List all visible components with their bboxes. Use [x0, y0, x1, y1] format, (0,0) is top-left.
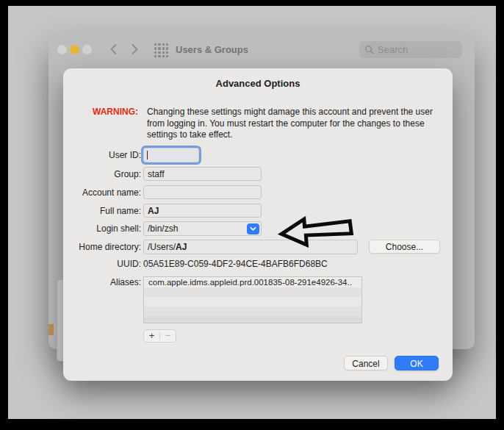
group-field[interactable]: staff [143, 167, 262, 181]
user-id-field[interactable] [143, 148, 199, 162]
uuid-label: UUID: [71, 258, 141, 270]
cancel-button[interactable]: Cancel [344, 356, 388, 370]
dialog-title: Advanced Options [63, 78, 453, 89]
full-name-label: Full name: [71, 204, 141, 218]
alias-add-remove-control: + − [143, 329, 176, 343]
home-directory-label: Home directory: [71, 240, 141, 254]
remove-alias-button[interactable]: − [160, 330, 176, 342]
full-name-field[interactable]: AJ [143, 204, 262, 218]
forward-chevron-icon[interactable] [128, 43, 141, 56]
ok-button[interactable]: OK [395, 356, 439, 370]
chevron-down-icon [250, 226, 256, 232]
screenshot-frame: Users & Groups Search Advanced Options W… [0, 0, 504, 430]
choose-button[interactable]: Choose... [369, 240, 440, 254]
close-window-button[interactable] [57, 45, 67, 54]
login-shell-label: Login shell: [71, 221, 141, 236]
search-input[interactable]: Search [359, 41, 462, 58]
account-name-label: Account name: [71, 185, 141, 200]
text-caret [147, 151, 148, 160]
alias-list-empty-row [144, 287, 361, 297]
search-placeholder: Search [378, 44, 408, 55]
all-settings-grid-icon[interactable] [154, 43, 168, 57]
warning-label: WARNING: [93, 107, 143, 117]
account-name-field[interactable] [143, 185, 262, 199]
user-id-label: User ID: [71, 148, 141, 162]
back-chevron-icon[interactable] [107, 43, 120, 56]
aliases-list[interactable]: com.apple.idms.appleid.prd.001835-08-291… [143, 276, 362, 323]
zoom-window-button[interactable] [82, 45, 92, 54]
aliases-label: Aliases: [71, 276, 141, 288]
alias-list-empty-row [144, 307, 361, 316]
annotation-arrow-left-icon [276, 211, 358, 250]
warning-message: WARNING: Changing these settings might d… [93, 107, 444, 141]
desktop-background: Users & Groups Search Advanced Options W… [8, 6, 496, 419]
user-avatar-sliver [48, 324, 54, 335]
minimize-window-button[interactable] [70, 45, 79, 54]
group-label: Group: [71, 167, 141, 182]
alias-list-item[interactable]: com.apple.idms.appleid.prd.001835-08-291… [144, 277, 361, 287]
login-shell-dropdown-button[interactable] [247, 223, 259, 234]
search-icon [364, 45, 374, 54]
add-alias-button[interactable]: + [144, 330, 159, 342]
alias-list-empty-row [144, 297, 361, 307]
alias-list-empty-row [144, 316, 361, 323]
advanced-options-dialog: Advanced Options WARNING: Changing these… [63, 68, 453, 381]
warning-text: Changing these settings might damage thi… [147, 107, 444, 141]
window-title: Users & Groups [176, 44, 248, 55]
uuid-value: 05A51E89-C059-4DF2-94CE-4BAFB6FD68BC [143, 259, 328, 269]
login-shell-combobox[interactable]: /bin/zsh [143, 221, 262, 236]
